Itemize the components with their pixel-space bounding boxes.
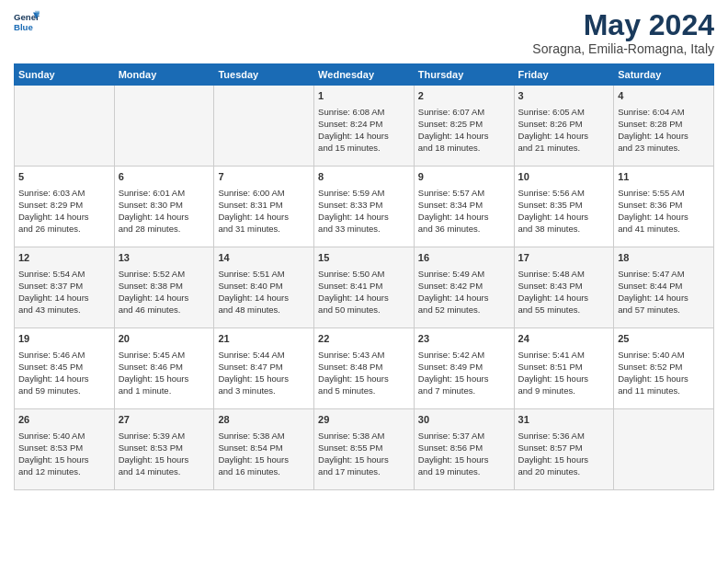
- day-info: and 3 minutes.: [218, 385, 310, 396]
- day-info: Sunrise: 5:42 AM: [418, 349, 510, 361]
- col-header-tuesday: Tuesday: [214, 64, 314, 86]
- day-info: Sunrise: 6:03 AM: [18, 187, 110, 199]
- day-info: Daylight: 14 hours: [119, 211, 210, 223]
- day-info: and 23 minutes.: [618, 142, 710, 154]
- day-info: and 33 minutes.: [318, 223, 410, 235]
- day-info: Sunset: 8:51 PM: [518, 361, 610, 373]
- day-number: 24: [518, 332, 610, 346]
- day-info: Sunrise: 6:04 AM: [618, 106, 710, 118]
- day-info: and 31 minutes.: [218, 223, 310, 235]
- day-info: Sunset: 8:38 PM: [119, 280, 210, 292]
- calendar-cell: 21Sunrise: 5:44 AMSunset: 8:47 PMDayligh…: [214, 328, 314, 409]
- day-info: Sunset: 8:43 PM: [518, 280, 610, 292]
- day-info: and 16 minutes.: [218, 465, 310, 477]
- logo: General Blue: [14, 9, 40, 35]
- day-info: Sunrise: 5:47 AM: [618, 268, 710, 280]
- day-number: 14: [218, 251, 310, 265]
- day-info: and 9 minutes.: [518, 385, 610, 396]
- day-info: and 17 minutes.: [318, 465, 410, 477]
- day-info: and 38 minutes.: [518, 223, 610, 235]
- day-info: Sunrise: 5:50 AM: [318, 268, 410, 280]
- day-number: 9: [418, 170, 510, 184]
- day-info: and 18 minutes.: [418, 142, 510, 154]
- day-info: Sunrise: 5:54 AM: [18, 268, 110, 280]
- day-info: Sunrise: 5:49 AM: [418, 268, 510, 280]
- day-info: Daylight: 14 hours: [618, 292, 710, 304]
- day-info: and 52 minutes.: [418, 304, 510, 316]
- day-info: Sunset: 8:30 PM: [119, 199, 210, 211]
- col-header-thursday: Thursday: [414, 64, 514, 86]
- day-info: Daylight: 14 hours: [318, 211, 410, 223]
- day-info: Sunset: 8:45 PM: [18, 361, 110, 373]
- day-info: Sunrise: 5:45 AM: [119, 349, 210, 361]
- day-number: 10: [518, 170, 610, 184]
- day-info: Sunset: 8:34 PM: [418, 199, 510, 211]
- day-info: Sunset: 8:29 PM: [18, 199, 110, 211]
- calendar-cell: 12Sunrise: 5:54 AMSunset: 8:37 PMDayligh…: [15, 247, 115, 328]
- day-info: and 48 minutes.: [218, 304, 310, 316]
- day-info: Daylight: 14 hours: [518, 130, 610, 142]
- calendar-cell: 8Sunrise: 5:59 AMSunset: 8:33 PMDaylight…: [314, 167, 415, 247]
- day-info: Sunset: 8:28 PM: [618, 118, 710, 130]
- day-info: Daylight: 14 hours: [418, 292, 510, 304]
- day-info: Daylight: 14 hours: [418, 130, 510, 142]
- calendar-cell: 22Sunrise: 5:43 AMSunset: 8:48 PMDayligh…: [314, 328, 415, 409]
- calendar-cell: 24Sunrise: 5:41 AMSunset: 8:51 PMDayligh…: [514, 328, 614, 409]
- day-info: Sunrise: 5:38 AM: [318, 430, 410, 442]
- calendar-week-row: 19Sunrise: 5:46 AMSunset: 8:45 PMDayligh…: [15, 328, 714, 409]
- day-info: and 46 minutes.: [119, 304, 210, 316]
- calendar-cell: 18Sunrise: 5:47 AMSunset: 8:44 PMDayligh…: [614, 247, 714, 328]
- calendar-cell: 25Sunrise: 5:40 AMSunset: 8:52 PMDayligh…: [614, 328, 714, 409]
- day-info: Daylight: 14 hours: [218, 211, 310, 223]
- day-number: 21: [218, 332, 310, 346]
- calendar-cell: 19Sunrise: 5:46 AMSunset: 8:45 PMDayligh…: [15, 328, 115, 409]
- col-header-wednesday: Wednesday: [314, 64, 415, 86]
- day-info: and 28 minutes.: [119, 223, 210, 235]
- day-info: Daylight: 14 hours: [18, 292, 110, 304]
- day-info: Sunset: 8:44 PM: [618, 280, 710, 292]
- calendar-cell: 27Sunrise: 5:39 AMSunset: 8:53 PMDayligh…: [114, 409, 214, 490]
- calendar-cell: 9Sunrise: 5:57 AMSunset: 8:34 PMDaylight…: [414, 167, 514, 247]
- day-info: and 43 minutes.: [18, 304, 110, 316]
- day-number: 27: [119, 413, 210, 427]
- calendar-cell: 26Sunrise: 5:40 AMSunset: 8:53 PMDayligh…: [15, 409, 115, 490]
- day-info: and 59 minutes.: [18, 385, 110, 396]
- day-number: 19: [18, 332, 110, 346]
- day-info: Sunset: 8:37 PM: [18, 280, 110, 292]
- day-number: 7: [218, 170, 310, 184]
- day-number: 3: [518, 89, 610, 103]
- day-info: Sunrise: 5:51 AM: [218, 268, 310, 280]
- day-number: 1: [318, 89, 410, 103]
- day-info: and 50 minutes.: [318, 304, 410, 316]
- day-info: Sunset: 8:47 PM: [218, 361, 310, 373]
- day-number: 2: [418, 89, 510, 103]
- calendar-cell: 16Sunrise: 5:49 AMSunset: 8:42 PMDayligh…: [414, 247, 514, 328]
- day-info: Sunrise: 5:43 AM: [318, 349, 410, 361]
- col-header-friday: Friday: [514, 64, 614, 86]
- day-info: Daylight: 15 hours: [18, 454, 110, 465]
- day-info: Daylight: 15 hours: [318, 373, 410, 385]
- day-info: Sunrise: 5:52 AM: [119, 268, 210, 280]
- day-info: Sunset: 8:57 PM: [518, 442, 610, 454]
- calendar-cell: 6Sunrise: 6:01 AMSunset: 8:30 PMDaylight…: [114, 167, 214, 247]
- day-info: Daylight: 15 hours: [518, 454, 610, 465]
- day-info: and 7 minutes.: [418, 385, 510, 396]
- calendar-cell: 31Sunrise: 5:36 AMSunset: 8:57 PMDayligh…: [514, 409, 614, 490]
- day-info: and 55 minutes.: [518, 304, 610, 316]
- logo-icon: General Blue: [14, 9, 40, 35]
- day-info: and 36 minutes.: [418, 223, 510, 235]
- calendar-cell: 7Sunrise: 6:00 AMSunset: 8:31 PMDaylight…: [214, 167, 314, 247]
- day-info: Sunrise: 5:41 AM: [518, 349, 610, 361]
- day-number: 6: [119, 170, 210, 184]
- day-info: Sunrise: 5:38 AM: [218, 430, 310, 442]
- day-info: Daylight: 15 hours: [318, 454, 410, 465]
- day-info: Sunrise: 5:46 AM: [18, 349, 110, 361]
- day-info: Daylight: 14 hours: [318, 130, 410, 142]
- calendar-cell: 23Sunrise: 5:42 AMSunset: 8:49 PMDayligh…: [414, 328, 514, 409]
- day-info: Daylight: 14 hours: [18, 211, 110, 223]
- calendar-cell: [15, 86, 115, 167]
- day-info: Daylight: 14 hours: [18, 373, 110, 385]
- day-number: 13: [119, 251, 210, 265]
- day-info: and 41 minutes.: [618, 223, 710, 235]
- day-info: and 14 minutes.: [119, 465, 210, 477]
